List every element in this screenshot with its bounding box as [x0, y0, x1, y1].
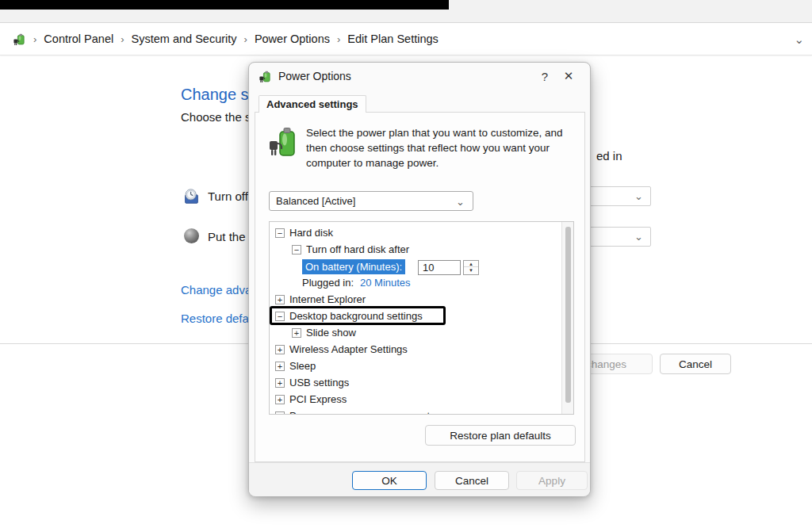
ok-button[interactable]: OK [352, 471, 427, 490]
minutes-input[interactable]: 10 [418, 260, 461, 275]
tree-item-label: Sleep [289, 358, 316, 374]
tree-item[interactable]: +Slide show [270, 325, 561, 342]
plugged-in-column-header: ed in [596, 149, 622, 163]
tree-item-label: Processor power management [289, 408, 430, 415]
tree-item[interactable]: On battery (Minutes):10▲▼ [270, 258, 561, 275]
breadcrumb-item[interactable]: Power Options [255, 33, 330, 45]
dialog-title: Power Options [278, 70, 533, 82]
tree-item-label: Turn off hard disk after [306, 242, 409, 258]
collapse-icon[interactable]: − [292, 245, 301, 255]
tree-item[interactable]: +USB settings [270, 375, 561, 392]
breadcrumb-item[interactable]: Control Panel [44, 33, 113, 45]
plan-combobox-value: Balanced [Active] [276, 195, 355, 207]
power-options-battery-icon [259, 70, 272, 83]
scrollbar-thumb[interactable] [565, 227, 571, 403]
dialog-titlebar: Power Options ? ✕ [249, 63, 590, 90]
page-cancel-button[interactable]: Cancel [660, 354, 731, 374]
tree-item[interactable]: +PCI Express [270, 392, 561, 408]
breadcrumb-separator: › [33, 33, 36, 45]
tree-item[interactable]: −Desktop background settings [270, 308, 561, 325]
expand-icon[interactable]: + [275, 345, 285, 354]
tree-item-label[interactable]: Plugged in: [302, 275, 354, 291]
breadcrumb-item[interactable]: System and Security [132, 33, 237, 45]
chevron-down-icon[interactable]: ⌄ [794, 33, 804, 47]
tree-item-label: Slide show [306, 325, 356, 341]
page-subtitle: Choose the sl [181, 110, 254, 124]
tab-advanced-settings[interactable]: Advanced settings [259, 95, 366, 113]
tree-item[interactable]: +Wireless Adapter Settings [270, 342, 561, 358]
spinner-control[interactable]: ▲▼ [463, 260, 479, 275]
expand-icon[interactable]: + [275, 395, 285, 404]
tree-item[interactable]: +Sleep [270, 358, 561, 375]
advanced-settings-page: Select the power plan that you want to c… [255, 112, 585, 462]
tree-item-label: Desktop background settings [289, 308, 423, 324]
power-options-dialog: Power Options ? ✕ Advanced settings Sele… [248, 62, 591, 496]
tree-item-label: Wireless Adapter Settings [289, 342, 408, 358]
chevron-down-icon: ⌄ [634, 231, 643, 243]
spinner-up-icon[interactable]: ▲ [464, 261, 478, 267]
top-black-bar [0, 0, 449, 10]
tree-item-label[interactable]: On battery (Minutes): [302, 259, 405, 274]
expand-icon[interactable]: + [275, 378, 285, 388]
tree-scrollbar[interactable] [561, 222, 573, 414]
tree-item[interactable]: Plugged in:20 Minutes [270, 275, 561, 292]
collapse-icon[interactable]: − [275, 312, 285, 321]
tree-item[interactable]: −Hard disk [270, 225, 561, 242]
breadcrumb: ›Control Panel›System and Security›Power… [0, 23, 812, 55]
battery-plug-icon [268, 125, 298, 170]
breadcrumb-separator: › [244, 33, 247, 45]
help-button[interactable]: ? [533, 70, 557, 83]
setting-value-link[interactable]: 20 Minutes [360, 275, 411, 291]
turn-off-display-label: Turn off [208, 189, 248, 203]
chevron-down-icon: ⌄ [456, 193, 465, 211]
chevron-down-icon: ⌄ [634, 190, 643, 202]
tree-item[interactable]: −Turn off hard disk after [270, 242, 561, 258]
expand-icon[interactable]: + [275, 295, 285, 304]
expand-icon[interactable]: + [275, 411, 285, 415]
spinner-down-icon[interactable]: ▼ [464, 267, 478, 274]
change-advanced-settings-link[interactable]: Change adva [181, 283, 251, 297]
clock-display-icon [183, 188, 200, 205]
tree-item-label: Hard disk [289, 225, 333, 241]
tree-item-label: PCI Express [289, 392, 347, 408]
breadcrumb-item[interactable]: Edit Plan Settings [347, 33, 438, 45]
plan-combobox[interactable]: Balanced [Active] ⌄ [269, 191, 473, 211]
tree-item-label: USB settings [289, 375, 349, 391]
breadcrumb-separator: › [337, 33, 340, 45]
dialog-footer: OK Cancel Apply [249, 462, 590, 496]
display-timeout-dropdown[interactable]: ⌄ [586, 186, 651, 206]
tree-item-label: Internet Explorer [289, 292, 366, 308]
plan-description-text: Select the power plan that you want to c… [306, 125, 571, 170]
collapse-icon[interactable]: − [275, 228, 285, 238]
tree-item[interactable]: +Processor power management [270, 408, 561, 415]
plan-description: Select the power plan that you want to c… [268, 125, 571, 170]
apply-button[interactable]: Apply [516, 471, 588, 490]
cancel-button[interactable]: Cancel [435, 471, 509, 490]
breadcrumb-items: ›Control Panel›System and Security›Power… [26, 33, 439, 45]
sleep-moon-icon [184, 228, 199, 243]
expand-icon[interactable]: + [292, 328, 301, 338]
close-icon[interactable]: ✕ [557, 69, 580, 83]
breadcrumb-separator: › [121, 33, 124, 45]
sleep-timeout-dropdown[interactable]: ⌄ [586, 227, 651, 247]
settings-tree: −Hard disk−Turn off hard disk afterOn ba… [269, 221, 574, 415]
restore-default-settings-link[interactable]: Restore defa [181, 312, 249, 325]
page-title: Change se [181, 86, 258, 104]
restore-plan-defaults-button[interactable]: Restore plan defaults [425, 425, 576, 446]
expand-icon[interactable]: + [275, 362, 285, 371]
tree-item[interactable]: +Internet Explorer [270, 292, 561, 308]
power-options-battery-icon [13, 33, 26, 46]
